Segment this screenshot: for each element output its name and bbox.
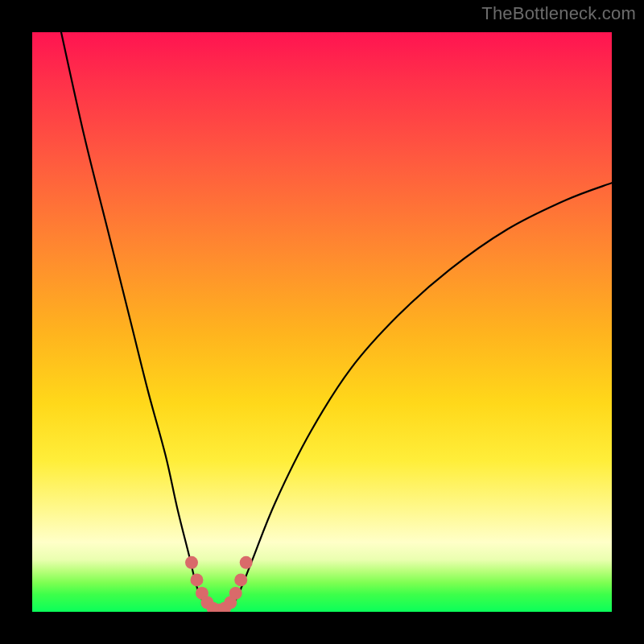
valley-marker — [185, 556, 198, 569]
watermark-text: TheBottleneck.com — [481, 3, 636, 24]
chart-frame: TheBottleneck.com — [0, 0, 644, 644]
plot-area — [32, 32, 612, 612]
chart-svg — [32, 32, 612, 612]
valley-marker — [234, 573, 247, 586]
valley-marker — [229, 587, 242, 600]
bottom-marker-group — [185, 556, 253, 612]
valley-marker — [240, 556, 253, 569]
valley-marker — [190, 573, 203, 586]
curve-line — [61, 32, 612, 612]
